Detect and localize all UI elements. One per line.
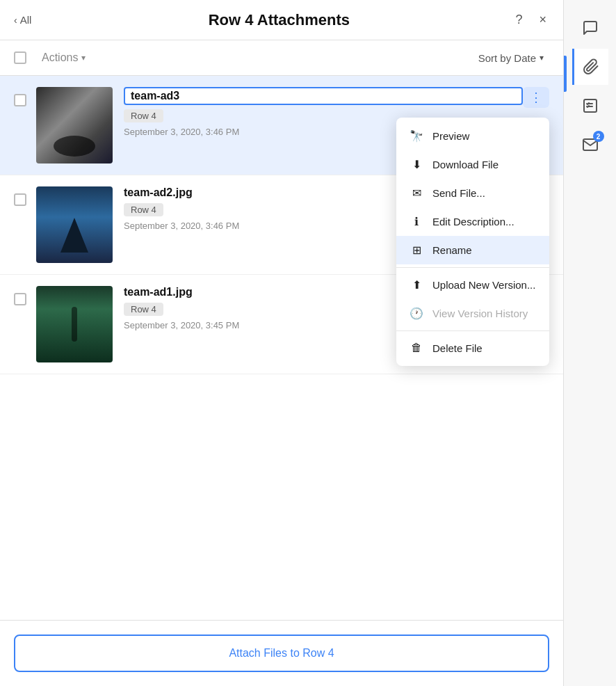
paperclip-icon xyxy=(583,58,599,75)
context-menu: 🔭 Preview ⬇ Download File ✉ Send File...… xyxy=(396,118,549,366)
file-more-button-1[interactable]: ⋮ xyxy=(523,87,549,108)
back-label: All xyxy=(20,14,32,26)
upload-icon: ⬆ xyxy=(409,278,424,292)
checklist-icon xyxy=(582,97,599,114)
rename-icon: ⊞ xyxy=(409,244,424,257)
menu-delete-label: Delete File xyxy=(432,342,483,354)
menu-download[interactable]: ⬇ Download File xyxy=(396,150,549,179)
file-tag-3: Row 4 xyxy=(124,303,163,316)
file-thumbnail-1 xyxy=(36,87,113,163)
menu-download-label: Download File xyxy=(432,159,499,170)
file-thumbnail-3 xyxy=(36,286,113,362)
attach-files-button[interactable]: Attach Files to Row 4 xyxy=(14,635,549,672)
file-checkbox-3[interactable] xyxy=(14,293,26,305)
back-button[interactable]: ‹ All xyxy=(14,14,31,26)
menu-preview-label: Preview xyxy=(432,130,469,142)
send-icon: ✉ xyxy=(409,186,424,200)
menu-edit-desc-label: Edit Description... xyxy=(432,216,514,228)
right-sidebar: 2 xyxy=(563,0,616,686)
mail-badge: 2 xyxy=(593,131,604,142)
sort-label: Sort by Date xyxy=(478,52,536,64)
history-icon: 🕐 xyxy=(409,307,424,320)
toolbar: Actions ▾ Sort by Date ▾ xyxy=(0,40,563,76)
menu-divider-2 xyxy=(396,330,549,331)
menu-delete[interactable]: 🗑 Delete File xyxy=(396,334,549,362)
sidebar-attachment-button[interactable] xyxy=(572,49,608,85)
page-title: Row 4 Attachments xyxy=(45,11,512,29)
sort-button[interactable]: Sort by Date ▾ xyxy=(473,48,549,68)
attach-section: Attach Files to Row 4 xyxy=(0,620,563,686)
main-panel: ‹ All Row 4 Attachments ? × Actions ▾ So… xyxy=(0,0,563,686)
sort-caret-icon: ▾ xyxy=(540,53,544,63)
close-button[interactable]: × xyxy=(536,10,549,30)
menu-send[interactable]: ✉ Send File... xyxy=(396,179,549,207)
delete-icon: 🗑 xyxy=(409,342,424,354)
select-all-checkbox[interactable] xyxy=(14,51,26,64)
sidebar-checklist-button[interactable] xyxy=(572,88,608,124)
menu-upload-version[interactable]: ⬆ Upload New Version... xyxy=(396,271,549,299)
chat-icon xyxy=(582,19,599,36)
menu-history-label: View Version History xyxy=(432,308,528,319)
file-list: team-ad3 Row 4 September 3, 2020, 3:46 P… xyxy=(0,76,563,620)
file-thumbnail-2 xyxy=(36,186,113,263)
file-checkbox-1[interactable] xyxy=(14,94,26,106)
header: ‹ All Row 4 Attachments ? × xyxy=(0,0,563,40)
actions-caret-icon: ▾ xyxy=(81,53,86,63)
actions-label: Actions xyxy=(42,51,78,64)
file-checkbox-2[interactable] xyxy=(14,193,26,206)
menu-rename[interactable]: ⊞ Rename xyxy=(396,236,549,264)
chevron-left-icon: ‹ xyxy=(14,15,17,26)
active-indicator xyxy=(564,56,567,92)
file-tag-2: Row 4 xyxy=(124,203,163,216)
help-button[interactable]: ? xyxy=(512,10,525,30)
menu-preview[interactable]: 🔭 Preview xyxy=(396,122,549,150)
menu-upload-label: Upload New Version... xyxy=(432,279,535,291)
sidebar-chat-button[interactable] xyxy=(572,10,608,46)
file-item-1: team-ad3 Row 4 September 3, 2020, 3:46 P… xyxy=(0,76,563,175)
preview-icon: 🔭 xyxy=(409,129,424,143)
info-icon: ℹ xyxy=(409,215,424,228)
header-actions: ? × xyxy=(512,10,549,30)
file-name-1: team-ad3 xyxy=(124,87,523,105)
menu-divider-1 xyxy=(396,267,549,268)
menu-send-label: Send File... xyxy=(432,187,485,199)
menu-rename-label: Rename xyxy=(432,244,472,256)
sidebar-mail-button[interactable]: 2 xyxy=(572,127,608,163)
menu-edit-desc[interactable]: ℹ Edit Description... xyxy=(396,207,549,236)
actions-button[interactable]: Actions ▾ xyxy=(36,47,91,68)
download-icon: ⬇ xyxy=(409,158,424,171)
file-tag-1: Row 4 xyxy=(124,109,163,122)
menu-view-history: 🕐 View Version History xyxy=(396,299,549,328)
